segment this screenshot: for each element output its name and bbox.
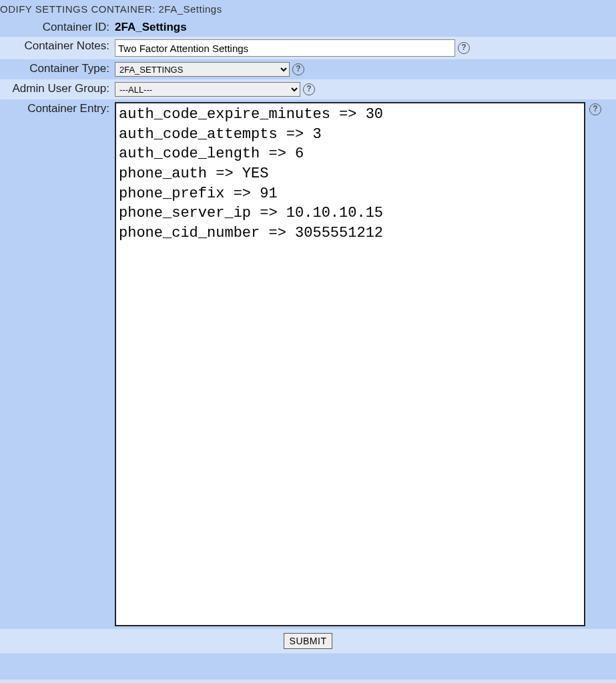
submit-row: SUBMIT	[0, 629, 616, 653]
admin-user-group-select[interactable]: ---ALL---	[115, 82, 300, 97]
header-title-prefix: ODIFY SETTINGS CONTAINER:	[0, 3, 158, 15]
help-icon[interactable]: ?	[292, 63, 304, 75]
container-id-label: Container ID:	[0, 18, 112, 37]
help-icon[interactable]: ?	[458, 42, 470, 54]
container-id-value: 2FA_Settings	[115, 21, 187, 33]
container-entry-textarea[interactable]	[115, 102, 585, 626]
page-header: ODIFY SETTINGS CONTAINER: 2FA_Settings	[0, 0, 616, 18]
container-type-label: Container Type:	[0, 59, 112, 79]
container-type-select[interactable]: 2FA_SETTINGS	[115, 62, 290, 77]
admin-user-group-label: Admin User Group:	[0, 79, 112, 99]
submit-button[interactable]: SUBMIT	[284, 633, 333, 649]
header-title-value: 2FA_Settings	[158, 3, 222, 15]
container-notes-label: Container Notes:	[0, 37, 112, 59]
bottom-strip	[0, 653, 616, 680]
help-icon[interactable]: ?	[303, 83, 315, 95]
container-notes-input[interactable]	[115, 39, 455, 57]
help-icon[interactable]: ?	[589, 103, 601, 115]
container-entry-label: Container Entry:	[0, 99, 112, 629]
settings-form-table: Container ID: 2FA_Settings Container Not…	[0, 18, 616, 629]
